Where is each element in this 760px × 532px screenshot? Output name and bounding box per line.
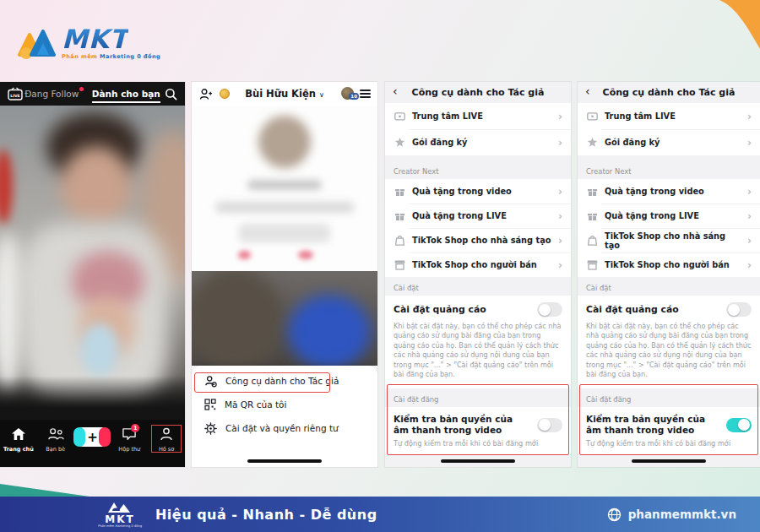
photo-blob [0, 149, 13, 224]
row-shop-seller[interactable]: TikTok Shop cho người bán › [578, 252, 760, 277]
copyright-toggle[interactable] [537, 418, 562, 432]
brand-logo: MKT Phần mềm Marketing 0 đồng [17, 27, 160, 60]
inbox-badge: 1 [131, 424, 139, 432]
shopping-bag-icon [394, 235, 405, 246]
copyright-toggle[interactable] [726, 418, 752, 432]
row-live-center[interactable]: Trung tâm LIVE › [385, 103, 571, 129]
back-icon[interactable]: ‹ [585, 85, 590, 97]
page-title: Công cụ dành cho Tác giả [385, 82, 571, 98]
ads-settings-card: Cài đặt quảng cáo Khi bật cài đặt này, b… [578, 296, 760, 388]
gift-icon [587, 186, 598, 197]
nav-item-create[interactable]: + [74, 427, 111, 467]
home-indicator [632, 459, 706, 463]
search-icon[interactable] [165, 88, 177, 100]
mkt-mountains-icon [17, 28, 56, 60]
row-shop-creator[interactable]: TikTok Shop cho nhà sáng tạo › [578, 228, 760, 252]
section-label-settings: Cài đặt [578, 277, 760, 296]
footer-website[interactable]: phanmemmkt.vn [607, 508, 736, 522]
chevron-right-icon: › [558, 235, 562, 247]
shopping-bag-icon [587, 235, 598, 246]
profile-icon [160, 427, 173, 441]
ads-settings-description: Khi bật cài đặt này, bạn có thể cho phép… [394, 322, 562, 380]
copyright-check-title: Kiểm tra bản quyền của âm thanh trong vi… [586, 414, 719, 436]
tab-for-you[interactable]: Dành cho bạn [92, 89, 160, 103]
menu-icon[interactable] [360, 90, 371, 100]
photo-blob [215, 202, 354, 213]
row-video-gifts[interactable]: Quà tặng trong video › [385, 179, 571, 204]
footer-slogan: Hiệu quả - Nhanh - Dễ dùng [155, 507, 377, 523]
nav-item-friends[interactable]: Bạn bè [37, 427, 74, 467]
chevron-right-icon: › [558, 137, 562, 149]
row-video-gifts[interactable]: Quà tặng trong video › [578, 179, 760, 204]
tutorial-image: MKT Phần mềm Marketing 0 đồng LIVE Đang … [0, 0, 760, 532]
settings-card-top: Trung tâm LIVE › Gói đăng ký › [385, 103, 571, 155]
copyright-check-subtitle: Tự động kiểm tra mỗi khi có bài đăng mới [586, 439, 752, 448]
ads-settings-title: Cài đặt quảng cáo [586, 304, 679, 315]
profile-top-bar: Bùi Hữu Kiện ∨ 10 [192, 82, 377, 106]
blurred-video-content [0, 106, 185, 420]
row-live-center[interactable]: Trung tâm LIVE › [578, 103, 760, 129]
section-label-post-settings: Cài đặt đăng [385, 388, 571, 407]
globe-icon [607, 508, 622, 522]
profile-menu-sheet: Công cụ dành cho Tác giả Mã QR của tôi [192, 366, 377, 467]
photo-blob [238, 251, 251, 259]
chevron-right-icon: › [747, 259, 752, 271]
chevron-right-icon: › [558, 259, 562, 271]
create-plus-button[interactable]: + [77, 427, 107, 447]
row-shop-seller[interactable]: TikTok Shop cho người bán › [385, 252, 571, 277]
home-icon [11, 427, 26, 441]
photo-blob [247, 180, 322, 190]
storefront-icon [587, 259, 598, 270]
mkt-mountains-icon-white [106, 501, 134, 513]
nav-item-inbox[interactable]: 1 Hộp thư [111, 427, 148, 467]
storefront-icon [394, 259, 405, 270]
brand-logo-text: MKT [62, 24, 128, 54]
avatar-badge: 10 [349, 93, 359, 100]
blurred-video-grid [192, 271, 377, 366]
menu-item-qr-code[interactable]: Mã QR của tôi [192, 393, 377, 416]
chevron-right-icon: › [558, 210, 562, 222]
gift-icon [394, 186, 405, 197]
section-label-post-settings: Cài đặt đăng [578, 388, 760, 407]
ads-settings-description: Khi bật cài đặt này, bạn có thể cho phép… [586, 322, 752, 380]
corner-orange-shape [649, 0, 760, 49]
feed-top-bar: LIVE Đang Follow Dành cho bạn [0, 82, 185, 106]
phone-4-creator-tools-screen: ‹ Công cụ dành cho Tác giả Trung tâm LIV… [578, 82, 760, 467]
row-subscription[interactable]: Gói đăng ký › [385, 129, 571, 155]
row-subscription[interactable]: Gói đăng ký › [578, 129, 760, 155]
nav-item-home[interactable]: Trang chủ [0, 427, 37, 467]
live-center-icon [587, 111, 598, 122]
gift-icon [394, 210, 405, 221]
teal-wedge-shape [0, 484, 90, 497]
chevron-right-icon: › [558, 111, 562, 122]
settings-card-creator: Quà tặng trong video › Quà tặng trong LI… [385, 179, 571, 277]
notification-dot [79, 87, 84, 91]
photo-blob [239, 224, 330, 242]
phone-2-profile-screen: Bùi Hữu Kiện ∨ 10 [192, 82, 377, 467]
chevron-right-icon: › [747, 235, 752, 247]
back-icon[interactable]: ‹ [393, 85, 398, 97]
ads-toggle[interactable] [726, 302, 752, 317]
row-live-gifts[interactable]: Quà tặng trong LIVE › [385, 204, 571, 228]
menu-item-creator-tools[interactable]: Công cụ dành cho Tác giả [192, 369, 377, 393]
plus-icon: + [87, 430, 98, 445]
menu-item-settings-privacy[interactable]: Cài đặt và quyền riêng tư [192, 416, 377, 440]
row-shop-creator[interactable]: TikTok Shop cho nhà sáng tạo › [385, 228, 571, 252]
footer-bar: MKT Phần mềm Marketing 0 đồng Hiệu quả -… [0, 497, 760, 532]
ads-settings-title: Cài đặt quảng cáo [394, 304, 486, 315]
photo-blob [80, 323, 119, 376]
brand-tagline: Phần mềm Marketing 0 đồng [62, 53, 160, 60]
photo-blob [258, 116, 311, 168]
row-live-gifts[interactable]: Quà tặng trong LIVE › [578, 204, 760, 228]
chevron-right-icon: › [747, 186, 752, 198]
home-indicator [441, 459, 515, 463]
gear-icon [204, 422, 217, 435]
nav-item-profile[interactable]: Hồ sơ [148, 427, 185, 467]
chevron-right-icon: › [747, 210, 752, 222]
page-title: Công cụ dành cho Tác giả [578, 82, 760, 98]
tab-following[interactable]: Đang Follow [24, 89, 79, 99]
chevron-right-icon: › [747, 111, 752, 122]
phone-1-feed-screen: LIVE Đang Follow Dành cho bạn [0, 82, 185, 467]
ads-toggle[interactable] [537, 302, 562, 317]
live-center-icon [394, 111, 405, 122]
